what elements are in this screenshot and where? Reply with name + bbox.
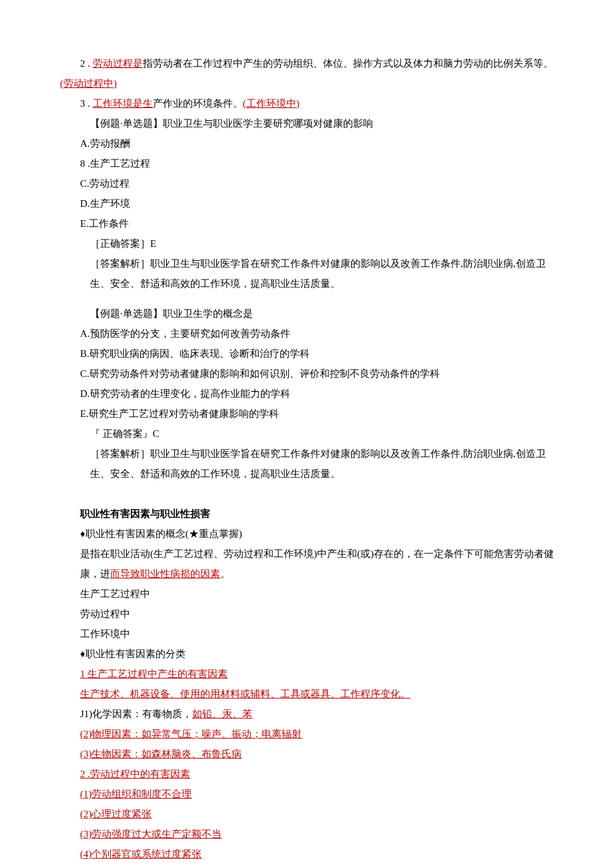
h1-sub-text: 生产技术、机器设备、使用的用材料或辅料、工具或器具、工作程序变化。	[80, 689, 410, 699]
h2b: (2)心理过度紧张	[60, 804, 554, 824]
h1a: J1)化学因素：有毒物质，如铅、汞、苯	[60, 704, 554, 724]
h2b-text: (2)心理过度紧张	[80, 809, 152, 819]
def-end: 。	[220, 568, 230, 579]
section-title: 职业性有害因素与职业性损害	[60, 504, 554, 524]
h2d: (4)个别器官或系统过度紧张	[60, 844, 554, 864]
h2-text: .劳动过程中的有害因素	[85, 769, 191, 779]
q1-title: 【例题·单选题】职业卫生与职业医学主要研究哪项对健康的影响	[60, 113, 554, 133]
para-work-env: 3 . 工作环境是生产作业的环境条件。(工作环境中)	[60, 93, 554, 113]
def-red: 而导致职业性病损的因素	[110, 568, 220, 579]
h1: 1 生产工艺过程中产生的有害因素	[60, 664, 554, 684]
q2-opt-d: D.研究劳动者的生理变化，提高作业能力的学科	[60, 384, 554, 404]
h1c-text: (3)生物因素：如森林脑炎、布鲁氏病	[80, 749, 242, 759]
h1b-text: (2)物理因素：如异常气压；噪声、振动；电离辐射	[80, 729, 302, 739]
q2-opt-b: B.研究职业病的病因、临床表现、诊断和治疗的学科	[60, 344, 554, 364]
red-term-a: 工作环境是生	[93, 98, 153, 109]
h1a-pre: J1)化学因素：有毒物质，	[80, 709, 192, 719]
rest-text: 指劳动者在工作过程中产生的劳动组织、体位、操作方式以及体力和脑力劳动的比例关系等…	[143, 58, 553, 69]
h1a-red: 如铅、汞、苯	[192, 709, 252, 719]
q2-analysis: ［答案解析］职业卫生与职业医学旨在研究工作条件对健康的影响以及改善工作条件,防治…	[60, 444, 554, 484]
q2-opt-a: A.预防医学的分支，主要研究如何改善劳动条件	[60, 324, 554, 344]
q1-opt-b: 8 .生产工艺过程	[60, 153, 554, 173]
h2a-text: (1)劳动组织和制度不合理	[80, 789, 192, 799]
h1c: (3)生物因素：如森林脑炎、布鲁氏病	[60, 744, 554, 764]
concept-title: ♦职业性有害因素的概念(★重点掌握)	[60, 524, 554, 544]
q2-title: 【例题·单选题】职业卫生学的概念是	[60, 304, 554, 324]
red-term: 劳动过程是	[93, 58, 143, 69]
h2c-text: (3)劳动强度过大或生产定额不当	[80, 829, 222, 839]
prefix: 2 .	[80, 58, 90, 69]
red-term-b: (工作环境中)	[243, 98, 300, 109]
h2d-text: (4)个别器官或系统过度紧张	[80, 849, 202, 859]
h1-sub: 生产技术、机器设备、使用的用材料或辅料、工具或器具、工作程序变化。	[60, 684, 554, 704]
h1-text: 1 生产工艺过程中产生的有害因素	[80, 669, 228, 679]
q2-opt-c: C.研究劳动条件对劳动者健康的影响和如何识别、评价和控制不良劳动条件的学科	[60, 364, 554, 384]
q1-answer: ［正确答案］E	[60, 234, 554, 254]
q2-opt-e: E.研究生产工艺过程对劳动者健康影响的学科	[60, 404, 554, 424]
h2a: (1)劳动组织和制度不合理	[60, 784, 554, 804]
para-labor-process: 2 . 劳动过程是指劳动者在工作过程中产生的劳动组织、体位、操作方式以及体力和脑…	[60, 53, 554, 73]
rest-text: 产作业的环境条件。	[153, 98, 243, 109]
q1-opt-a: A.劳动报酬	[60, 133, 554, 153]
h2e: (5)劳动姿势不良或使用不合理工具	[60, 864, 554, 868]
definition: 是指在职业活动(生产工艺过程、劳动过程和工作环境)中产生和(或)存在的，在一定条…	[60, 544, 554, 584]
q1-opt-c: C.劳动过程	[60, 173, 554, 193]
q1-opt-e: E.工作条件	[60, 213, 554, 234]
h2c: (3)劳动强度过大或生产定额不当	[60, 824, 554, 844]
classify-title: ♦职业性有害因素的分类	[60, 644, 554, 664]
list-item-1: 生产工艺过程中	[60, 584, 554, 604]
para-labor-process-note: (劳动过程中)	[60, 73, 554, 93]
q1-opt-d: D.生产环境	[60, 193, 554, 213]
h1b: (2)物理因素：如异常气压；噪声、振动；电离辐射	[60, 724, 554, 744]
h2-pre: 2	[80, 769, 85, 779]
q1-analysis: ［答案解析］职业卫生与职业医学旨在研究工作条件对健康的影响以及改善工作条件,防治…	[60, 254, 554, 294]
h2: 2 .劳动过程中的有害因素	[60, 764, 554, 784]
list-item-3: 工作环境中	[60, 624, 554, 644]
note: (劳动过程中)	[60, 78, 117, 89]
list-item-2: 劳动过程中	[60, 604, 554, 624]
prefix: 3 .	[80, 98, 90, 109]
q2-answer: 『 正确答案』C	[60, 424, 554, 444]
